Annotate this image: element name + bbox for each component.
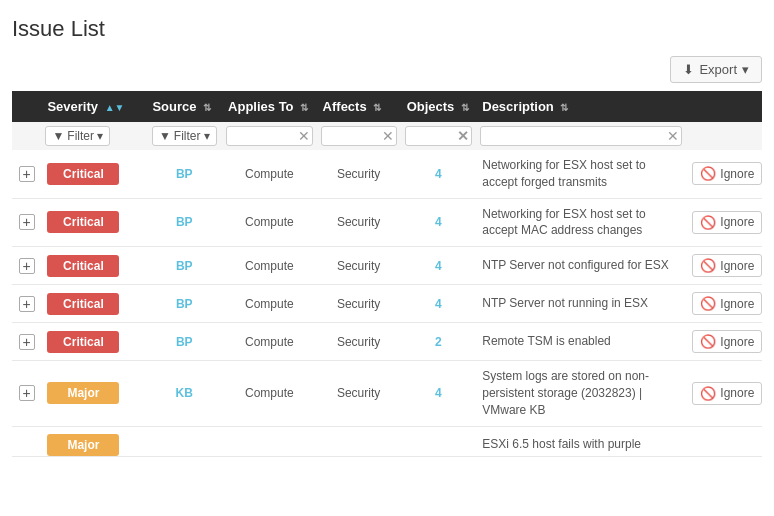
expand-icon[interactable]: + bbox=[19, 258, 35, 274]
row-source-cell: KB bbox=[146, 361, 222, 426]
row-expand-cell: + bbox=[12, 323, 41, 361]
row-source-cell: BP bbox=[146, 247, 222, 285]
row-source-cell bbox=[146, 426, 222, 456]
col-source-header[interactable]: Source ⇅ bbox=[146, 91, 222, 122]
severity-badge: Major bbox=[47, 382, 119, 404]
col-appliesto-header[interactable]: Applies To ⇅ bbox=[222, 91, 317, 122]
severity-badge: Major bbox=[47, 434, 119, 456]
row-affects-cell: Security bbox=[317, 285, 401, 323]
severity-filter-button[interactable]: ▼ Filter ▾ bbox=[45, 126, 110, 146]
page-container: Issue List ⬇ Export ▾ Severity ▲▼ Source… bbox=[0, 0, 774, 457]
row-appliesto-cell: Compute bbox=[222, 150, 317, 198]
page-title: Issue List bbox=[12, 16, 762, 42]
table-row: +CriticalBPComputeSecurity4NTP Server no… bbox=[12, 247, 762, 285]
col-severity-header[interactable]: Severity ▲▼ bbox=[41, 91, 146, 122]
row-description-cell: NTP Server not running in ESX bbox=[476, 285, 686, 323]
row-severity-cell: Major bbox=[41, 426, 146, 456]
row-action-cell: 🚫 Ignore bbox=[686, 361, 762, 426]
ignore-icon: 🚫 bbox=[700, 386, 716, 401]
ignore-button[interactable]: 🚫 Ignore bbox=[692, 254, 762, 277]
source-filter-icon: ▼ bbox=[159, 129, 171, 143]
table-row: +CriticalBPComputeSecurity4Networking fo… bbox=[12, 198, 762, 247]
objects-filter-clear[interactable]: ✕ bbox=[457, 129, 469, 143]
row-affects-cell: Security bbox=[317, 150, 401, 198]
row-severity-cell: Critical bbox=[41, 323, 146, 361]
row-objects-cell: 4 bbox=[401, 285, 477, 323]
severity-badge: Critical bbox=[47, 255, 119, 277]
row-objects-cell: 4 bbox=[401, 361, 477, 426]
expand-icon[interactable]: + bbox=[19, 385, 35, 401]
issues-table: Severity ▲▼ Source ⇅ Applies To ⇅ Affect… bbox=[12, 91, 762, 457]
row-description-cell: System logs are stored on non-persistent… bbox=[476, 361, 686, 426]
affects-filter-clear[interactable]: ✕ bbox=[382, 129, 394, 143]
filter-objects-cell: ✕ bbox=[401, 122, 477, 150]
row-source-cell: BP bbox=[146, 150, 222, 198]
row-action-cell: 🚫 Ignore bbox=[686, 150, 762, 198]
description-filter-input[interactable] bbox=[480, 126, 682, 146]
col-objects-header[interactable]: Objects ⇅ bbox=[401, 91, 477, 122]
row-objects-cell bbox=[401, 426, 477, 456]
export-icon: ⬇ bbox=[683, 62, 694, 77]
row-severity-cell: Critical bbox=[41, 198, 146, 247]
toolbar: ⬇ Export ▾ bbox=[12, 56, 762, 83]
filter-description-cell: ✕ bbox=[476, 122, 686, 150]
description-filter-clear[interactable]: ✕ bbox=[667, 129, 679, 143]
row-appliesto-cell: Compute bbox=[222, 247, 317, 285]
row-action-cell: 🚫 Ignore bbox=[686, 247, 762, 285]
ignore-icon: 🚫 bbox=[700, 258, 716, 273]
severity-filter-icon: ▼ bbox=[52, 129, 64, 143]
row-appliesto-cell: Compute bbox=[222, 285, 317, 323]
row-description-cell: NTP Server not configured for ESX bbox=[476, 247, 686, 285]
col-description-header[interactable]: Description ⇅ bbox=[476, 91, 686, 122]
table-row: +CriticalBPComputeSecurity4Networking fo… bbox=[12, 150, 762, 198]
ignore-button[interactable]: 🚫 Ignore bbox=[692, 292, 762, 315]
ignore-button[interactable]: 🚫 Ignore bbox=[692, 382, 762, 405]
row-affects-cell: Security bbox=[317, 247, 401, 285]
affects-sort-icon: ⇅ bbox=[373, 102, 381, 113]
ignore-icon: 🚫 bbox=[700, 166, 716, 181]
col-expand-header bbox=[12, 91, 41, 122]
table-header-row: Severity ▲▼ Source ⇅ Applies To ⇅ Affect… bbox=[12, 91, 762, 122]
row-expand-cell: + bbox=[12, 150, 41, 198]
row-affects-cell bbox=[317, 426, 401, 456]
severity-badge: Critical bbox=[47, 293, 119, 315]
ignore-icon: 🚫 bbox=[700, 296, 716, 311]
severity-badge: Critical bbox=[47, 163, 119, 185]
severity-filter-chevron: ▾ bbox=[97, 129, 103, 143]
expand-icon[interactable]: + bbox=[19, 166, 35, 182]
row-action-cell bbox=[686, 426, 762, 456]
row-objects-cell: 4 bbox=[401, 247, 477, 285]
row-action-cell: 🚫 Ignore bbox=[686, 198, 762, 247]
row-appliesto-cell bbox=[222, 426, 317, 456]
row-expand-cell: + bbox=[12, 198, 41, 247]
description-filter-wrap: ✕ bbox=[480, 126, 682, 146]
appliesto-filter-clear[interactable]: ✕ bbox=[298, 129, 310, 143]
severity-badge: Critical bbox=[47, 331, 119, 353]
col-affects-header[interactable]: Affects ⇅ bbox=[317, 91, 401, 122]
row-affects-cell: Security bbox=[317, 361, 401, 426]
col-action-header bbox=[686, 91, 762, 122]
expand-icon[interactable]: + bbox=[19, 334, 35, 350]
filter-expand-cell bbox=[12, 122, 41, 150]
source-filter-button[interactable]: ▼ Filter ▾ bbox=[152, 126, 217, 146]
row-objects-cell: 2 bbox=[401, 323, 477, 361]
filter-affects-cell: ✕ bbox=[317, 122, 401, 150]
row-description-cell: ESXi 6.5 host fails with purple bbox=[476, 426, 686, 456]
source-sort-icon: ⇅ bbox=[203, 102, 211, 113]
row-action-cell: 🚫 Ignore bbox=[686, 285, 762, 323]
ignore-button[interactable]: 🚫 Ignore bbox=[692, 211, 762, 234]
row-source-cell: BP bbox=[146, 323, 222, 361]
row-severity-cell: Critical bbox=[41, 247, 146, 285]
row-appliesto-cell: Compute bbox=[222, 361, 317, 426]
ignore-icon: 🚫 bbox=[700, 334, 716, 349]
ignore-button[interactable]: 🚫 Ignore bbox=[692, 162, 762, 185]
export-button[interactable]: ⬇ Export ▾ bbox=[670, 56, 762, 83]
row-source-cell: BP bbox=[146, 198, 222, 247]
filter-appliesto-cell: ✕ bbox=[222, 122, 317, 150]
ignore-button[interactable]: 🚫 Ignore bbox=[692, 330, 762, 353]
expand-icon[interactable]: + bbox=[19, 296, 35, 312]
expand-icon[interactable]: + bbox=[19, 214, 35, 230]
table-row: +CriticalBPComputeSecurity2Remote TSM is… bbox=[12, 323, 762, 361]
table-body: +CriticalBPComputeSecurity4Networking fo… bbox=[12, 150, 762, 456]
row-appliesto-cell: Compute bbox=[222, 323, 317, 361]
